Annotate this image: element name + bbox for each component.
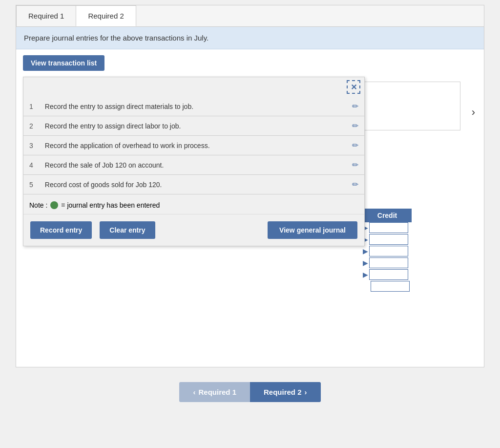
popup-header: ✕ — [23, 77, 364, 97]
arrow-icon-3: ▶ — [363, 247, 368, 255]
chevron-right-icon[interactable]: › — [472, 106, 475, 119]
main-container: Required 1 Required 2 Prepare journal en… — [16, 5, 484, 367]
note-area: Note : = journal entry has been entered — [23, 194, 364, 214]
credit-input-5[interactable] — [369, 269, 408, 280]
instruction-banner: Prepare journal entries for the above tr… — [16, 27, 484, 49]
arrow-icon-4: ▶ — [363, 259, 368, 267]
view-transaction-button[interactable]: View transaction list — [23, 55, 104, 71]
footer-nav: ‹ Required 1 Required 2 › — [16, 382, 484, 402]
credit-row-4: ▶ — [363, 257, 412, 268]
edit-icon-3[interactable]: ✏ — [352, 141, 358, 149]
edit-icon-2[interactable]: ✏ — [352, 122, 358, 130]
edit-icon-4[interactable]: ✏ — [352, 161, 358, 169]
tabs-bar: Required 1 Required 2 — [16, 5, 484, 27]
credit-input-3[interactable] — [369, 246, 408, 256]
popup-bottom-buttons: Record entry Clear entry View general jo… — [23, 214, 364, 246]
credit-row-1: ▶ — [363, 222, 412, 233]
footer-next-button[interactable]: Required 2 › — [250, 382, 321, 402]
credit-row-6 — [363, 281, 412, 292]
tab-required1[interactable]: Required 1 — [16, 5, 76, 26]
chevron-left-icon: ‹ — [193, 388, 195, 396]
right-panel: › Credit ▶ ▶ — [353, 77, 470, 293]
credit-row-5: ▶ — [363, 269, 412, 280]
content-area: ✕ 1 Record the entry to assign direct ma… — [16, 77, 484, 367]
edit-icon-1[interactable]: ✏ — [352, 102, 358, 110]
credit-row-2: ▶ — [363, 234, 412, 245]
tab-required2[interactable]: Required 2 — [76, 5, 136, 26]
credit-rows: ▶ ▶ ▶ ▶ — [363, 222, 412, 292]
green-dot-icon — [50, 201, 58, 209]
credit-header: Credit — [363, 209, 412, 222]
inner-content: ✕ 1 Record the entry to assign direct ma… — [23, 77, 477, 360]
credit-row-3: ▶ — [363, 246, 412, 256]
table-row: 3 Record the application of overhead to … — [23, 136, 364, 155]
credit-section: Credit ▶ ▶ ▶ — [363, 209, 470, 292]
journal-text-area[interactable] — [363, 82, 460, 130]
credit-input-2[interactable] — [369, 234, 408, 245]
view-general-journal-button[interactable]: View general journal — [268, 221, 357, 239]
table-row: 1 Record the entry to assign direct mate… — [23, 97, 364, 116]
popup-close-button[interactable]: ✕ — [347, 80, 360, 94]
edit-icon-5[interactable]: ✏ — [352, 180, 358, 189]
clear-entry-button[interactable]: Clear entry — [100, 221, 155, 239]
credit-input-1[interactable] — [369, 222, 408, 233]
transaction-popup: ✕ 1 Record the entry to assign direct ma… — [23, 77, 365, 246]
table-row: 4 Record the sale of Job 120 on account.… — [23, 155, 364, 175]
credit-input-4[interactable] — [369, 257, 408, 268]
table-row: 5 Record cost of goods sold for Job 120.… — [23, 175, 364, 194]
record-entry-button[interactable]: Record entry — [30, 221, 92, 239]
transaction-list: 1 Record the entry to assign direct mate… — [23, 97, 364, 194]
credit-input-6[interactable] — [371, 281, 410, 292]
arrow-icon-5: ▶ — [363, 271, 368, 278]
chevron-right-footer-icon: › — [305, 388, 307, 396]
table-row: 2 Record the entry to assign direct labo… — [23, 116, 364, 136]
footer-prev-button[interactable]: ‹ Required 1 — [179, 382, 250, 402]
